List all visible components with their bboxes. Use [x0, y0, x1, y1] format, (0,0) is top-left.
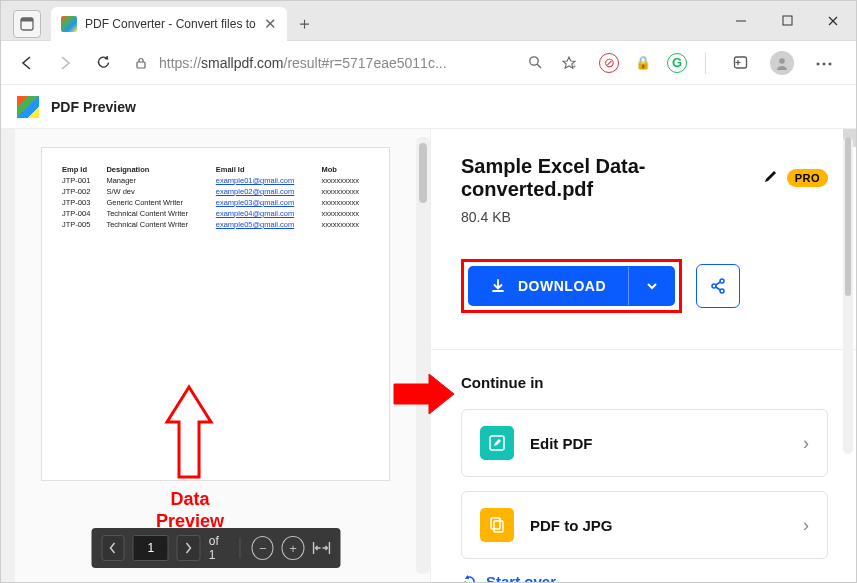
file-size-label: 80.4 KB	[461, 209, 828, 225]
fit-icon	[312, 541, 330, 555]
url-text: https://smallpdf.com/result#r=5717eae501…	[159, 55, 515, 71]
download-row: DOWNLOAD	[461, 259, 828, 313]
continue-pdf-to-jpg[interactable]: PDF to JPG ›	[461, 491, 828, 559]
forward-icon	[56, 54, 74, 72]
result-scrollbar[interactable]	[843, 137, 853, 454]
url-field[interactable]: https://smallpdf.com/result#r=5717eae501…	[125, 55, 587, 71]
start-over-button[interactable]: Start over	[461, 573, 828, 582]
back-button[interactable]	[11, 47, 43, 79]
svg-rect-22	[491, 518, 500, 529]
close-window-button[interactable]	[810, 1, 856, 40]
download-icon	[490, 278, 506, 294]
annotation-up-arrow	[159, 377, 219, 487]
favorite-button[interactable]: +	[555, 55, 583, 71]
download-button[interactable]: DOWNLOAD	[468, 266, 675, 306]
collections-button[interactable]	[724, 47, 756, 79]
forward-button[interactable]	[49, 47, 81, 79]
tab-strip: PDF Converter - Convert files to ✕ ＋	[1, 1, 319, 40]
fit-width-button[interactable]	[312, 541, 330, 555]
data-table: Emp Id Designation Email Id Mob JTP-001M…	[58, 164, 373, 230]
scrollbar-thumb[interactable]	[845, 137, 851, 296]
svg-point-18	[720, 289, 724, 293]
svg-line-8	[537, 64, 541, 68]
share-button[interactable]	[696, 264, 740, 308]
divider	[431, 349, 856, 350]
continue-card-label: PDF to JPG	[530, 517, 787, 534]
search-icon[interactable]	[521, 55, 549, 70]
page-title: PDF Preview	[51, 99, 136, 115]
minimize-icon	[735, 15, 747, 27]
chevron-right-icon: ›	[803, 433, 809, 454]
extension-noscript-icon[interactable]: ⊘	[599, 53, 619, 73]
minimize-button[interactable]	[718, 1, 764, 40]
collections-icon	[732, 54, 749, 71]
preview-scrollbar[interactable]	[416, 137, 430, 574]
table-row: JTP-004Technical Content Writerexample04…	[58, 208, 373, 219]
page-number-input[interactable]	[133, 535, 169, 561]
separator	[705, 52, 706, 74]
extensions-area: ⊘ 🔒 G ⋯	[593, 47, 846, 79]
svg-rect-3	[783, 16, 792, 25]
svg-rect-23	[494, 521, 503, 532]
refresh-icon	[95, 54, 112, 71]
pencil-icon	[763, 168, 779, 184]
pdf-viewer-toolbar: of 1 − +	[91, 528, 340, 568]
svg-rect-6	[137, 62, 145, 68]
table-row: JTP-003Generic Content Writerexample03@g…	[58, 197, 373, 208]
favicon-icon	[61, 16, 77, 32]
table-header-row: Emp Id Designation Email Id Mob	[58, 164, 373, 175]
annotation-right-arrow	[389, 369, 459, 423]
maximize-icon	[782, 15, 793, 26]
download-options-button[interactable]	[628, 267, 675, 305]
avatar-icon	[774, 55, 790, 71]
svg-point-16	[720, 279, 724, 283]
result-filename: Sample Excel Data-converted.pdf	[461, 155, 755, 201]
tab-title: PDF Converter - Convert files to	[85, 17, 256, 31]
left-gutter	[1, 129, 15, 582]
result-header: Sample Excel Data-converted.pdf PRO	[461, 155, 828, 201]
svg-rect-1	[21, 18, 33, 22]
restart-icon	[461, 573, 478, 582]
main-content: Emp Id Designation Email Id Mob JTP-001M…	[1, 129, 856, 582]
new-tab-button[interactable]: ＋	[291, 10, 319, 38]
maximize-button[interactable]	[764, 1, 810, 40]
annotation-label: Data Preview	[156, 489, 224, 532]
prev-page-button[interactable]	[101, 535, 125, 561]
edit-pdf-icon	[480, 426, 514, 460]
scrollbar-thumb[interactable]	[419, 143, 427, 203]
zoom-in-button[interactable]: +	[282, 536, 304, 560]
address-bar: https://smallpdf.com/result#r=5717eae501…	[1, 41, 856, 85]
extension-blue-icon[interactable]: 🔒	[633, 53, 653, 73]
zoom-out-button[interactable]: −	[252, 536, 274, 560]
download-main[interactable]: DOWNLOAD	[468, 266, 628, 306]
annotation-highlight-box: DOWNLOAD	[461, 259, 682, 313]
close-tab-button[interactable]: ✕	[264, 15, 277, 33]
lock-icon	[129, 56, 153, 70]
svg-line-20	[716, 287, 721, 290]
more-menu-button[interactable]: ⋯	[808, 52, 840, 74]
close-icon	[827, 15, 839, 27]
table-row: JTP-002S/W devexample02@gmail.comxxxxxxx…	[58, 186, 373, 197]
pro-badge: PRO	[787, 169, 828, 187]
separator	[239, 538, 240, 558]
refresh-button[interactable]	[87, 47, 119, 79]
chevron-down-icon	[645, 279, 659, 293]
result-pane: Sample Excel Data-converted.pdf PRO 80.4…	[431, 129, 856, 582]
table-row: JTP-005Technical Content Writerexample05…	[58, 219, 373, 230]
browser-tab[interactable]: PDF Converter - Convert files to ✕	[51, 7, 287, 41]
pdf-to-jpg-icon	[480, 508, 514, 542]
back-icon	[18, 54, 36, 72]
extension-green-icon[interactable]: G	[667, 53, 687, 73]
tabs-icon	[20, 17, 34, 31]
rename-button[interactable]	[763, 168, 779, 188]
continue-edit-pdf[interactable]: Edit PDF ›	[461, 409, 828, 477]
window-controls	[718, 1, 856, 40]
chevron-right-icon	[185, 542, 193, 554]
share-icon	[709, 277, 727, 295]
next-page-button[interactable]	[177, 535, 201, 561]
svg-line-19	[716, 282, 721, 285]
chevron-right-icon: ›	[803, 515, 809, 536]
smallpdf-logo-icon	[17, 96, 39, 118]
profile-button[interactable]	[770, 51, 794, 75]
tab-overview-button[interactable]	[13, 10, 41, 38]
